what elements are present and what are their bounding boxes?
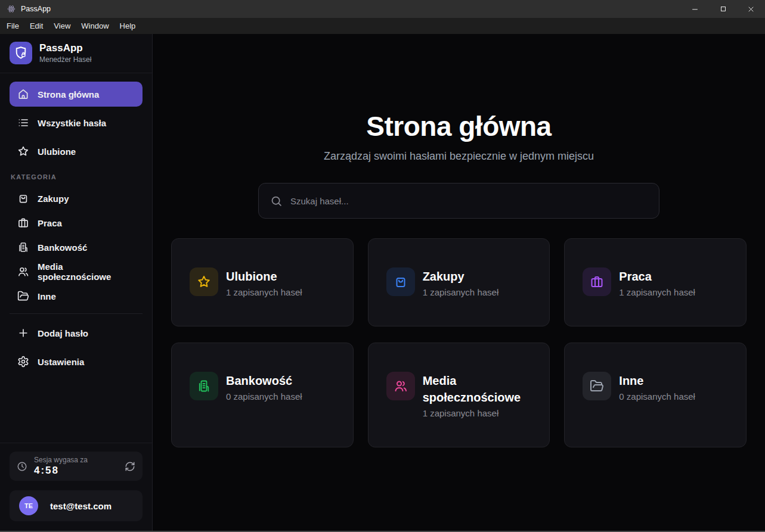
sidebar-item-label: Ustawienia xyxy=(38,357,84,367)
sidebar-item-work[interactable]: Praca xyxy=(10,211,143,235)
card-banking[interactable]: Bankowość 0 zapisanych haseł xyxy=(171,343,354,447)
app-name: PassApp xyxy=(39,42,91,54)
app-logo xyxy=(10,42,32,64)
menu-help[interactable]: Help xyxy=(114,19,141,33)
minimize-button[interactable] xyxy=(681,0,709,18)
card-social-media[interactable]: Media społecznościowe 1 zapisanych haseł xyxy=(368,343,550,447)
folder-open-icon xyxy=(583,372,611,400)
card-title: Praca xyxy=(619,268,695,285)
app-subtitle: Menedżer Haseł xyxy=(39,55,91,64)
sidebar-nav: Strona główna Wszystkie hasła Ulubion xyxy=(0,73,152,443)
app-title-block: PassApp Menedżer Haseł xyxy=(39,42,91,64)
card-count: 1 zapisanych haseł xyxy=(423,287,499,297)
card-title: Inne xyxy=(619,372,695,389)
sidebar-item-all-passwords[interactable]: Wszystkie hasła xyxy=(10,110,143,135)
gear-icon xyxy=(17,356,29,368)
home-icon xyxy=(17,88,29,100)
menu-window[interactable]: Window xyxy=(76,19,114,33)
user-email: test@test.com xyxy=(50,501,112,511)
sidebar-item-other[interactable]: Inne xyxy=(10,284,143,308)
maximize-icon xyxy=(720,5,727,13)
titlebar: PassApp xyxy=(0,0,765,18)
sidebar-item-label: Ulubione xyxy=(38,147,76,157)
session-time: 4:58 xyxy=(34,465,88,477)
list-icon xyxy=(17,117,29,129)
page-title: Strona główna xyxy=(171,110,747,142)
card-title: Bankowość xyxy=(226,372,302,389)
refresh-icon xyxy=(125,461,135,472)
card-count: 1 zapisanych haseł xyxy=(619,287,695,297)
menu-view[interactable]: View xyxy=(48,19,76,33)
sidebar-item-home[interactable]: Strona główna xyxy=(10,82,143,107)
card-title: Zakupy xyxy=(423,268,499,285)
menubar: File Edit View Window Help xyxy=(0,18,765,34)
card-title: Ulubione xyxy=(226,268,302,285)
avatar: TE xyxy=(19,496,38,515)
add-password-button[interactable]: Dodaj hasło xyxy=(10,321,143,346)
card-title: Media społecznościowe xyxy=(423,372,532,406)
star-icon xyxy=(17,145,29,157)
sidebar-item-label: Praca xyxy=(38,218,62,228)
minimize-icon xyxy=(691,5,699,13)
sidebar-item-banking[interactable]: Bankowość xyxy=(10,235,143,259)
search-input[interactable] xyxy=(290,196,648,206)
star-icon xyxy=(190,267,218,296)
shopping-bag-icon xyxy=(17,192,29,204)
sidebar-item-favorites[interactable]: Ulubione xyxy=(10,139,143,164)
shopping-bag-icon xyxy=(386,267,415,296)
shield-lock-icon xyxy=(13,45,29,61)
card-favorites[interactable]: Ulubione 1 zapisanych haseł xyxy=(171,238,354,326)
page-subtitle: Zarządzaj swoimi hasłami bezpiecznie w j… xyxy=(171,150,747,163)
session-texts: Sesja wygasa za 4:58 xyxy=(34,456,88,477)
menu-file[interactable]: File xyxy=(1,19,24,33)
sidebar-item-social-media[interactable]: Media społecznościowe xyxy=(10,260,143,284)
window-controls xyxy=(681,0,765,18)
close-icon xyxy=(747,5,755,13)
menu-edit[interactable]: Edit xyxy=(24,19,48,33)
sidebar-item-label: Bankowość xyxy=(38,242,87,253)
sidebar-header: PassApp Menedżer Haseł xyxy=(0,34,152,73)
user-account[interactable]: TE test@test.com xyxy=(10,490,143,521)
card-other[interactable]: Inne 0 zapisanych haseł xyxy=(564,343,747,447)
close-button[interactable] xyxy=(737,0,765,18)
app-atom-icon xyxy=(7,5,16,13)
search-icon xyxy=(270,195,283,207)
sidebar-item-label: Dodaj hasło xyxy=(38,328,88,338)
sidebar: PassApp Menedżer Haseł Strona główna xyxy=(0,34,153,531)
refresh-session-button[interactable] xyxy=(125,461,135,472)
sidebar-item-label: Wszystkie hasła xyxy=(38,118,106,128)
maximize-button[interactable] xyxy=(709,0,737,18)
sidebar-footer: Sesja wygasa za 4:58 TE test@test.com xyxy=(0,443,152,531)
users-icon xyxy=(17,266,29,278)
card-count: 1 zapisanych haseł xyxy=(423,408,532,418)
briefcase-icon xyxy=(583,267,611,296)
clock-icon xyxy=(17,461,27,472)
card-count: 1 zapisanych haseł xyxy=(226,287,302,297)
briefcase-icon xyxy=(17,217,29,229)
bank-icon xyxy=(190,372,218,400)
sidebar-item-settings[interactable]: Ustawienia xyxy=(10,349,143,374)
sidebar-item-label: Inne xyxy=(38,291,56,301)
card-shopping[interactable]: Zakupy 1 zapisanych haseł xyxy=(368,238,550,326)
plus-icon xyxy=(17,327,29,339)
card-count: 0 zapisanych haseł xyxy=(226,391,302,402)
category-section-label: KATEGORIA xyxy=(11,173,141,181)
sidebar-item-label: Strona główna xyxy=(38,89,99,99)
sidebar-item-label: Zakupy xyxy=(38,194,69,204)
window-title: PassApp xyxy=(21,5,51,13)
search-bar xyxy=(258,183,659,219)
category-grid: Ulubione 1 zapisanych haseł Zakupy 1 zap… xyxy=(171,238,747,447)
main-content: Strona główna Zarządzaj swoimi hasłami b… xyxy=(153,34,765,531)
card-count: 0 zapisanych haseł xyxy=(619,391,695,402)
sidebar-item-shopping[interactable]: Zakupy xyxy=(10,186,143,210)
session-label: Sesja wygasa za xyxy=(34,456,88,464)
sidebar-divider xyxy=(10,313,143,314)
card-work[interactable]: Praca 1 zapisanych haseł xyxy=(564,238,747,326)
users-icon xyxy=(386,372,415,400)
bank-icon xyxy=(17,241,29,253)
session-timer: Sesja wygasa za 4:58 xyxy=(10,452,143,481)
sidebar-item-label: Media społecznościowe xyxy=(38,262,135,282)
folder-open-icon xyxy=(17,290,29,302)
